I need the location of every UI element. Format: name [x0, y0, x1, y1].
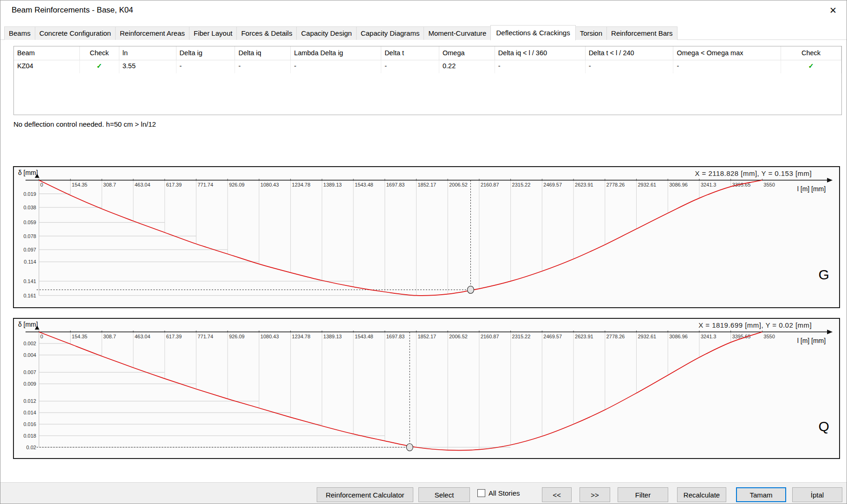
table-cell: - [673, 60, 781, 73]
coordinate-readout: X = 2118.828 [mm], Y = 0.153 [mm] [695, 169, 812, 177]
x-axis-title: l [m] [mm] [797, 185, 826, 193]
deflection-chart-q: 0.0020.0040.0070.0090.0120.0140.0160.018… [13, 318, 840, 459]
y-tick-label: 0.161 [23, 293, 36, 298]
tab-moment-curvature[interactable]: Moment-Curvature [424, 26, 491, 40]
y-tick-label: 0.012 [23, 398, 36, 404]
x-tick-label: 1697.83 [386, 182, 405, 187]
x-tick-label: 3550 [763, 334, 775, 339]
prev-button[interactable]: << [542, 487, 572, 502]
tabs-container: BeamsConcrete ConfigurationReinforcement… [4, 25, 677, 40]
x-tick-label: 154.35 [72, 334, 88, 339]
column-header-ln[interactable]: ln [119, 46, 176, 60]
marker-point[interactable] [467, 286, 474, 293]
x-tick-label: 308.7 [103, 334, 116, 339]
x-axis-title: l [m] [mm] [797, 337, 826, 344]
tab-beams[interactable]: Beams [4, 26, 35, 40]
all-stories-checkbox[interactable] [477, 489, 485, 497]
x-tick-label: 463.04 [135, 182, 150, 187]
reinforcement-calculator-button[interactable]: Reinforcement Calculator [317, 487, 413, 502]
x-tick-label: 1543.48 [355, 334, 373, 339]
y-tick-label: 0.004 [23, 352, 36, 358]
column-header-delta-iq-l-360[interactable]: Delta iq < l / 360 [495, 46, 586, 60]
tab-torsion[interactable]: Torsion [575, 26, 607, 40]
tab-reinforcement-bars[interactable]: Reinforcement Bars [606, 26, 678, 40]
tab-capacity-diagrams[interactable]: Capacity Diagrams [356, 26, 424, 40]
x-tick-label: 926.09 [229, 182, 245, 187]
x-tick-label: 1389.13 [323, 334, 342, 339]
x-tick-label: 2315.22 [512, 182, 531, 187]
column-header-omega-omega-max[interactable]: Omega < Omega max [673, 46, 781, 60]
tab-fiber-layout[interactable]: Fiber Layout [189, 26, 237, 40]
y-tick-label: 0.097 [23, 247, 36, 252]
tamam-ok-button[interactable]: Tamam [736, 487, 786, 502]
tab-reinforcement-areas[interactable]: Reinforcement Areas [115, 26, 189, 40]
x-tick-label: 2623.91 [575, 334, 593, 339]
close-icon[interactable]: ✕ [826, 4, 840, 17]
x-tick-label: 2932.61 [638, 334, 656, 339]
tab-strip: BeamsConcrete ConfigurationReinforcement… [0, 24, 847, 40]
table-cell: - [291, 60, 381, 73]
column-header-check[interactable]: Check [80, 46, 119, 60]
tab-capacity-design[interactable]: Capacity Design [296, 26, 356, 40]
deflection-note: No deflection control needed. h=50 cm > … [13, 120, 156, 128]
x-tick-label: 1234.78 [292, 334, 311, 339]
all-stories-label: All Stories [489, 489, 520, 497]
column-header-lambda-delta-ig[interactable]: Lambda Delta ig [291, 46, 381, 60]
x-tick-label: 771.74 [197, 334, 213, 339]
deflection-curve [39, 180, 762, 296]
footer-bar: All Stories Reinforcement CalculatorSele… [0, 482, 847, 504]
beam-reinforcements-dialog: Beam Reinforcements - Base, K04 ✕ BeamsC… [0, 0, 847, 504]
column-header-delta-ig[interactable]: Delta ig [176, 46, 235, 60]
y-tick-label: 0.014 [23, 410, 36, 415]
deflection-curve [39, 332, 762, 450]
x-tick-label: 3241.3 [701, 334, 717, 339]
check-pass-icon: ✓ [808, 62, 814, 70]
x-tick-label: 3241.3 [701, 182, 717, 187]
chart-q-svg: 0.0020.0040.0070.0090.0120.0140.0160.018… [14, 319, 839, 458]
table-row[interactable]: KZ04✓3.55----0.22---✓ [14, 60, 841, 73]
table-cell: - [381, 60, 439, 73]
column-header-delta-t[interactable]: Delta t [381, 46, 439, 60]
iptal-cancel-button[interactable]: İptal [792, 487, 842, 502]
tab-concrete-configuration[interactable]: Concrete Configuration [35, 26, 116, 40]
tab-forces-details[interactable]: Forces & Details [236, 26, 297, 40]
deflection-chart-g: 0.0190.0380.0590.0780.0970.1140.1410.161… [13, 166, 840, 308]
x-tick-label: 0 [40, 334, 43, 339]
x-tick-label: 3086.96 [669, 334, 688, 339]
marker-point[interactable] [406, 444, 413, 451]
next-button[interactable]: >> [580, 487, 610, 502]
table-cell: KZ04 [14, 60, 80, 73]
x-tick-label: 2778.26 [606, 182, 625, 187]
column-header-omega[interactable]: Omega [439, 46, 495, 60]
x-tick-label: 617.39 [166, 182, 182, 187]
column-header-beam[interactable]: Beam [14, 46, 80, 60]
column-header-delta-t-l-240[interactable]: Delta t < l / 240 [586, 46, 674, 60]
x-tick-label: 1389.13 [323, 182, 342, 187]
recalculate-button[interactable]: Recalculate [677, 487, 726, 502]
all-stories-checkbox-group: All Stories [477, 489, 520, 497]
x-tick-label: 463.04 [135, 334, 150, 339]
table-cell: ✓ [80, 60, 119, 73]
table-cell: - [586, 60, 674, 73]
filter-button[interactable]: Filter [618, 487, 668, 502]
x-axis-arrow-icon [827, 330, 833, 334]
table-cell: - [235, 60, 291, 73]
table-header-row: BeamChecklnDelta igDelta iqLambda Delta … [14, 46, 841, 60]
table-cell: ✓ [781, 60, 841, 73]
table-cell: 3.55 [119, 60, 176, 73]
tab-deflections-crackings[interactable]: Deflections & Crackings [490, 25, 575, 40]
x-tick-label: 3086.96 [669, 182, 688, 187]
x-tick-label: 1080.43 [261, 334, 279, 339]
y-tick-label: 0.038 [23, 205, 36, 210]
column-header-check[interactable]: Check [781, 46, 841, 60]
y-tick-label: 0.059 [23, 220, 36, 225]
x-tick-label: 1852.17 [417, 334, 436, 339]
y-tick-label: 0.002 [23, 341, 36, 346]
x-tick-label: 2315.22 [512, 334, 531, 339]
select-button[interactable]: Select [418, 487, 470, 502]
coordinate-readout: X = 1819.699 [mm], Y = 0.02 [mm] [698, 321, 812, 329]
x-tick-label: 1543.48 [355, 182, 373, 187]
column-header-delta-iq[interactable]: Delta iq [235, 46, 291, 60]
deflection-results-table: BeamChecklnDelta igDelta iqLambda Delta … [13, 46, 842, 115]
y-tick-label: 0.078 [23, 233, 36, 239]
